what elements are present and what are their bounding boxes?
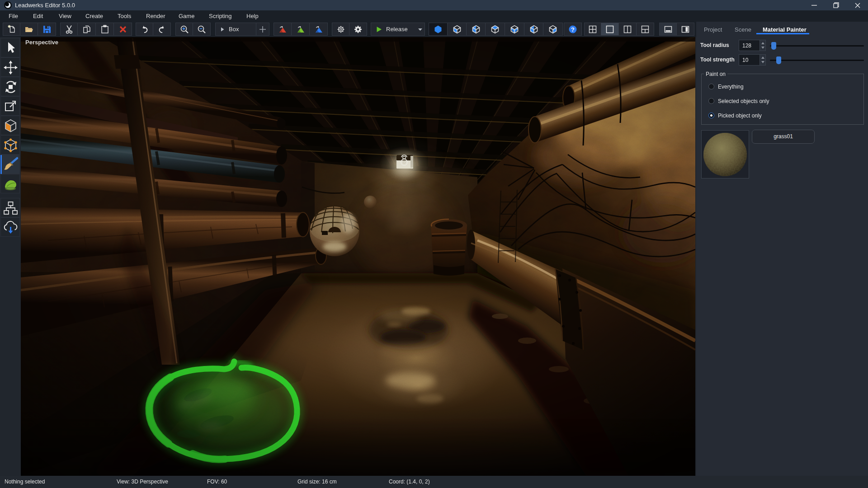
svg-text:?: ? — [571, 26, 575, 33]
